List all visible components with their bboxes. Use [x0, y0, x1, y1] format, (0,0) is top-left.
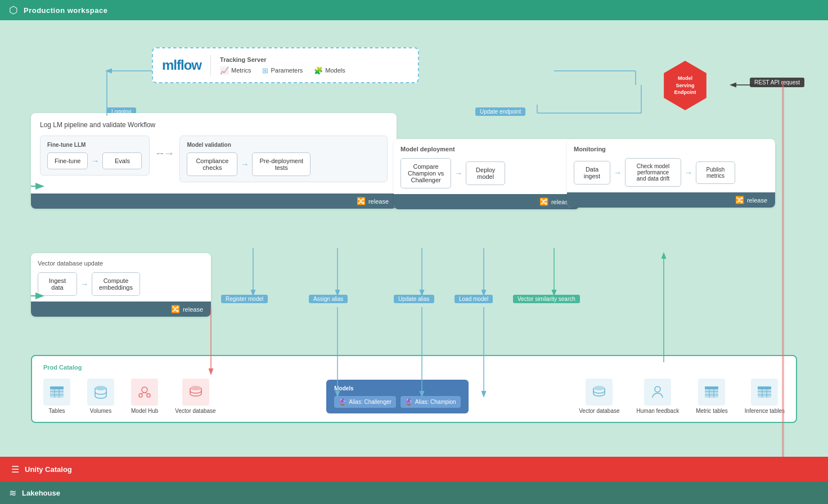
workflow-release-text: release: [368, 198, 389, 205]
vector-box: Vector database update Ingest data → Com…: [31, 253, 211, 317]
models-title: Models: [334, 385, 460, 392]
catalog-item-model-hub: Model Hub: [131, 379, 158, 414]
compliance-checks-step: Compliance checks: [187, 152, 237, 176]
top-bar-title: Production workspace: [24, 6, 107, 15]
svg-point-7: [142, 387, 147, 393]
model-validation-box: Model validation Compliance checks → Pre…: [179, 136, 388, 182]
check-model-step: Check model performance and data drift: [625, 158, 681, 187]
svg-point-9: [147, 394, 150, 397]
monitoring-box: Monitoring Data ingest → Check model per…: [567, 139, 775, 208]
catalog-item-vector-db-right: Vector database: [579, 379, 619, 414]
volumes-label: Volumes: [90, 408, 111, 414]
update-endpoint-badge: Update endpoint: [475, 107, 525, 116]
prod-catalog: Prod Catalog Tables Volumes: [31, 355, 797, 423]
model-hub-label: Model Hub: [131, 408, 158, 414]
catalog-item-metric-tables: Metric tables: [696, 379, 728, 414]
serving-endpoint: Model Serving Endpoint: [660, 61, 710, 110]
monitoring-title: Monitoring: [574, 146, 768, 152]
catalog-item-human-feedback: Human feedback: [637, 379, 680, 414]
deploy-model-step: Deploy model: [466, 161, 505, 185]
models-catalog-box: Models 🔮 Alias: Challenger 🔮 Alias: Cham…: [326, 380, 468, 413]
workflow-box: Log LM pipeline and validate Workflow Fi…: [31, 113, 397, 209]
arrow-icon-4: →: [614, 168, 622, 177]
unity-catalog-bar: ☰ Unity Catalog: [0, 457, 828, 482]
workflow-release-bar: 🔀 release: [31, 194, 397, 209]
serving-endpoint-text: Model Serving Endpoint: [674, 75, 696, 96]
tracking-metrics: 📈 Metrics: [220, 66, 251, 75]
arrow-icon-2: →: [241, 160, 249, 169]
vector-search-badge: Vector similarity search: [513, 295, 580, 303]
monitoring-release-text: release: [747, 197, 767, 204]
rest-api-badge: REST API request: [750, 78, 804, 87]
tracking-parameters: ⊞ Parameters: [262, 66, 303, 75]
top-bar-icon: ⬡: [9, 4, 18, 16]
vector-release-text: release: [183, 306, 203, 313]
alias-champion: 🔮 Alias: Champion: [400, 396, 461, 408]
alias-challenger: 🔮 Alias: Challenger: [334, 396, 396, 408]
arrow-icon-3: →: [454, 169, 462, 178]
assign-alias-badge: Assign alias: [309, 295, 348, 303]
vector-release-bar: 🔀 release: [31, 302, 211, 317]
load-model-badge: Load model: [454, 295, 493, 303]
data-ingest-step: Data ingest: [574, 161, 610, 184]
svg-rect-1: [50, 386, 64, 389]
fine-tune-step: Fine-tune: [47, 152, 88, 169]
svg-point-8: [139, 394, 142, 397]
tables-label: Tables: [49, 408, 65, 414]
catalog-item-vector-db: Vector database: [175, 379, 215, 414]
deployment-title: Model deployment: [400, 146, 573, 152]
update-alias-badge: Update alias: [394, 295, 434, 303]
bottom-bar-title: Lakehouse: [22, 489, 60, 497]
svg-rect-22: [758, 386, 771, 389]
arrow-icon-6: →: [80, 280, 88, 289]
svg-line-10: [141, 393, 145, 394]
deployment-box: Model deployment Compare Champion vs Cha…: [394, 139, 579, 209]
arrow-icon-5: →: [685, 168, 692, 177]
compare-champion-step: Compare Champion vs Challenger: [400, 158, 451, 188]
svg-point-6: [95, 386, 106, 390]
publish-metrics-step: Publish metrics: [696, 161, 735, 184]
prod-catalog-title: Prod Catalog: [43, 364, 785, 371]
svg-rect-16: [705, 386, 718, 389]
unity-catalog-title: Unity Catalog: [25, 465, 72, 474]
register-model-badge: Register model: [221, 295, 268, 303]
vector-db-right-label: Vector database: [579, 408, 619, 414]
svg-point-12: [190, 386, 201, 390]
vector-title: Vector database update: [38, 260, 204, 267]
bottom-bar: ≋ Lakehouse: [0, 482, 828, 504]
bottom-bar-icon: ≋: [9, 488, 16, 498]
workflow-title: Log LM pipeline and validate Workflow: [40, 121, 388, 129]
deployment-release-bar: 🔀 release: [394, 194, 579, 209]
human-feedback-label: Human feedback: [637, 408, 680, 414]
pre-deployment-step: Pre-deployment tests: [252, 152, 310, 176]
mlflow-tracking-box: mlflow Tracking Server 📈 Metrics ⊞ Param…: [152, 47, 419, 83]
svg-point-13: [593, 386, 605, 390]
unity-catalog-icon: ☰: [11, 464, 19, 475]
tracking-server-label: Tracking Server: [220, 56, 409, 63]
top-bar: ⬡ Production workspace: [0, 0, 828, 20]
catalog-item-tables: Tables: [43, 379, 70, 414]
mlflow-logo: mlflow: [162, 57, 201, 73]
dashed-arrow: - - →: [156, 136, 173, 160]
main-canvas: mlflow Tracking Server 📈 Metrics ⊞ Param…: [0, 20, 828, 504]
compute-embeddings-step: Compute embeddings: [92, 272, 140, 296]
catalog-item-volumes: Volumes: [87, 379, 114, 414]
evals-step: Evals: [102, 152, 142, 169]
fine-tune-box: Fine-tune LLM Fine-tune → Evals: [40, 136, 150, 176]
metric-tables-label: Metric tables: [696, 408, 728, 414]
ingest-data-step: Ingest data: [38, 272, 77, 296]
vector-db-label-left: Vector database: [175, 408, 215, 414]
tracking-models: 🧩 Models: [314, 66, 345, 75]
arrow-icon: →: [91, 156, 99, 165]
catalog-item-inference-tables: Inference tables: [745, 379, 785, 414]
monitoring-release-bar: 🔀 release: [567, 192, 775, 208]
svg-line-11: [145, 393, 148, 394]
svg-point-14: [655, 386, 660, 392]
inference-tables-label: Inference tables: [745, 408, 785, 414]
